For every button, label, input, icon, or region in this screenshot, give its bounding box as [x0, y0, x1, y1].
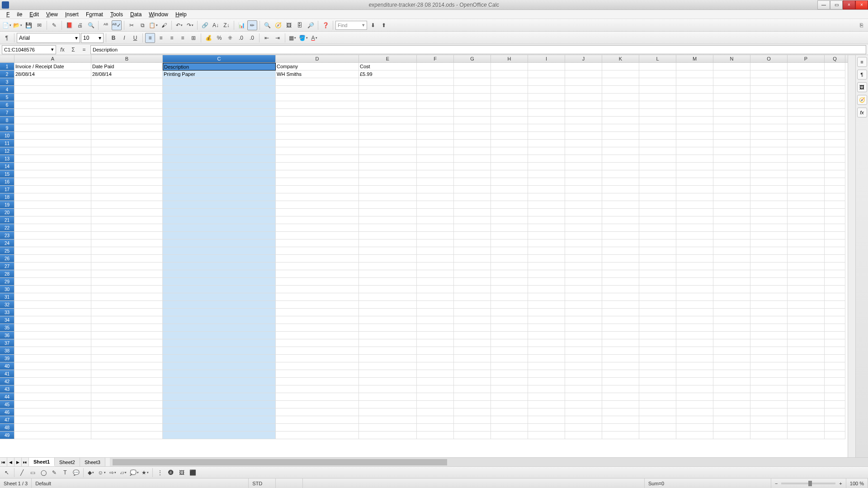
select-tool-icon[interactable]: ↖: [2, 468, 12, 478]
cell[interactable]: [676, 209, 713, 216]
cell[interactable]: [359, 117, 417, 124]
cell[interactable]: [565, 247, 602, 255]
cell[interactable]: [825, 378, 845, 385]
cell[interactable]: [14, 370, 91, 378]
cell[interactable]: [713, 201, 750, 209]
cell[interactable]: [491, 132, 528, 140]
cell[interactable]: [14, 401, 91, 408]
cell[interactable]: [91, 424, 163, 432]
cell[interactable]: [91, 124, 163, 132]
cell[interactable]: [454, 94, 491, 101]
cell[interactable]: [14, 239, 91, 247]
cell[interactable]: [417, 301, 454, 309]
cell[interactable]: [163, 286, 276, 293]
cell[interactable]: [788, 355, 825, 362]
cell[interactable]: [91, 209, 163, 216]
cell[interactable]: [602, 86, 639, 94]
percent-button[interactable]: %: [214, 33, 224, 43]
cell[interactable]: [788, 170, 825, 178]
cell[interactable]: [825, 393, 845, 401]
email-button[interactable]: ✉: [34, 20, 44, 30]
cell[interactable]: [454, 70, 491, 78]
cell[interactable]: [491, 247, 528, 255]
cell[interactable]: [676, 401, 713, 408]
cell[interactable]: [602, 216, 639, 224]
cell[interactable]: [454, 170, 491, 178]
cell[interactable]: [825, 416, 845, 424]
cell[interactable]: [750, 201, 788, 209]
cell[interactable]: [14, 186, 91, 193]
cell[interactable]: [91, 362, 163, 370]
cell[interactable]: [491, 70, 528, 78]
cell[interactable]: [528, 117, 565, 124]
row-header[interactable]: 46: [0, 408, 14, 416]
cell[interactable]: [528, 424, 565, 432]
cell[interactable]: 28/08/14: [14, 70, 91, 78]
row-header[interactable]: 17: [0, 186, 14, 193]
cell[interactable]: [276, 355, 359, 362]
cell[interactable]: [565, 408, 602, 416]
cell[interactable]: [565, 324, 602, 332]
row-header[interactable]: 44: [0, 393, 14, 401]
cell[interactable]: [417, 332, 454, 339]
tab-prev-button[interactable]: ◀: [7, 458, 14, 466]
cell[interactable]: [639, 324, 676, 332]
cell[interactable]: [788, 232, 825, 239]
cell[interactable]: [825, 408, 845, 416]
cell[interactable]: [825, 385, 845, 393]
align-center-button[interactable]: ≡: [156, 33, 166, 43]
cell[interactable]: [14, 232, 91, 239]
cell[interactable]: [91, 263, 163, 270]
cell[interactable]: [454, 416, 491, 424]
cell[interactable]: [750, 263, 788, 270]
cell[interactable]: [825, 278, 845, 286]
cell[interactable]: [276, 432, 359, 439]
cell[interactable]: [750, 170, 788, 178]
cell[interactable]: [788, 117, 825, 124]
cell[interactable]: [713, 339, 750, 347]
formula-input[interactable]: Description: [90, 45, 866, 54]
cell[interactable]: [639, 216, 676, 224]
cell[interactable]: [454, 109, 491, 117]
cell[interactable]: [91, 239, 163, 247]
cell[interactable]: [91, 86, 163, 94]
cell[interactable]: [676, 163, 713, 170]
column-header-J[interactable]: J: [565, 55, 602, 62]
cell[interactable]: [713, 263, 750, 270]
cell[interactable]: [750, 163, 788, 170]
cell[interactable]: [602, 224, 639, 232]
row-header[interactable]: 7: [0, 109, 14, 117]
cell[interactable]: [676, 147, 713, 155]
cell[interactable]: [676, 132, 713, 140]
cell[interactable]: [528, 393, 565, 401]
cell[interactable]: [750, 316, 788, 324]
cell[interactable]: [417, 401, 454, 408]
find-input[interactable]: Find▾: [335, 21, 367, 30]
cell[interactable]: [163, 347, 276, 355]
cell[interactable]: [276, 286, 359, 293]
cell[interactable]: [163, 109, 276, 117]
cell[interactable]: [788, 424, 825, 432]
cell[interactable]: [91, 432, 163, 439]
row-header[interactable]: 47: [0, 416, 14, 424]
cell[interactable]: [639, 232, 676, 239]
cell[interactable]: [163, 293, 276, 301]
cell[interactable]: [825, 347, 845, 355]
font-size-select[interactable]: 10▾: [81, 33, 104, 43]
cell[interactable]: [565, 78, 602, 86]
tab-next-button[interactable]: ▶: [14, 458, 22, 466]
close-button[interactable]: ×: [855, 0, 868, 9]
cell[interactable]: [163, 94, 276, 101]
cell[interactable]: [491, 170, 528, 178]
cell[interactable]: [454, 355, 491, 362]
cell[interactable]: [825, 170, 845, 178]
cell[interactable]: [602, 309, 639, 316]
cell[interactable]: [276, 401, 359, 408]
cell[interactable]: [276, 309, 359, 316]
cell[interactable]: [602, 332, 639, 339]
cell[interactable]: [491, 147, 528, 155]
cell[interactable]: [750, 101, 788, 109]
cell[interactable]: [491, 416, 528, 424]
cell[interactable]: [359, 239, 417, 247]
cell[interactable]: [276, 316, 359, 324]
